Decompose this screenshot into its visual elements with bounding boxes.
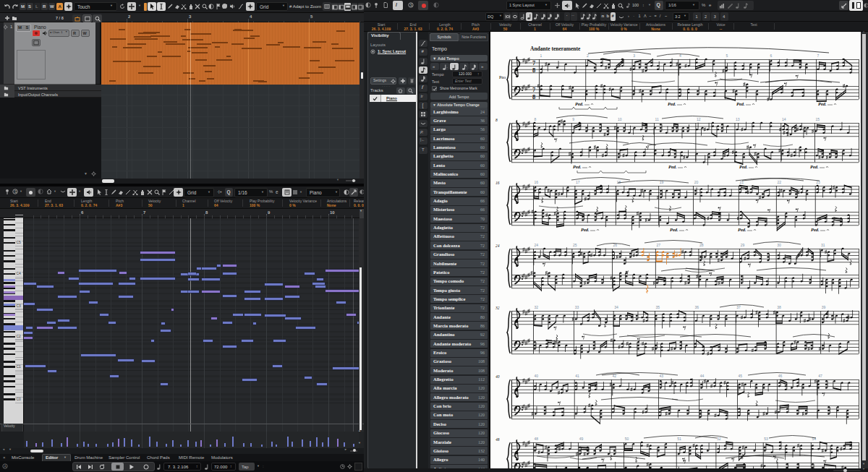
svg-text:12: 12 [697, 117, 701, 121]
svg-text:51: 51 [677, 437, 681, 441]
svg-text:40: 40 [535, 374, 539, 378]
svg-text:8: 8 [535, 117, 537, 121]
svg-text:24: 24 [495, 244, 500, 248]
svg-text:38: 38 [777, 305, 781, 309]
svg-text:46: 46 [778, 374, 783, 378]
svg-text:25: 25 [573, 243, 577, 247]
svg-text:6: 6 [770, 53, 773, 58]
svg-text:53: 53 [764, 437, 768, 441]
svg-text:41: 41 [575, 374, 579, 378]
svg-text:10: 10 [618, 117, 622, 121]
svg-text:Ped.: Ped. [811, 227, 820, 232]
svg-text:Ped.: Ped. [668, 164, 677, 169]
svg-text:Ped.: Ped. [736, 101, 745, 106]
svg-text:32: 32 [495, 306, 500, 310]
svg-text:7: 7 [817, 53, 820, 58]
svg-text:20: 20 [694, 180, 699, 184]
svg-text:37: 37 [736, 305, 741, 309]
svg-text:30: 30 [777, 243, 781, 247]
svg-text:29: 29 [741, 243, 745, 247]
svg-text:Ped.: Ped. [670, 227, 678, 232]
svg-text:27: 27 [656, 243, 660, 247]
svg-text:24: 24 [535, 243, 539, 247]
svg-text:48: 48 [535, 437, 539, 441]
svg-text:35: 35 [656, 305, 660, 309]
svg-text:33: 33 [575, 305, 579, 309]
svg-text:43: 43 [660, 374, 664, 378]
svg-text:45: 45 [739, 374, 743, 378]
svg-text:50: 50 [625, 437, 629, 441]
svg-text:18: 18 [616, 180, 621, 184]
svg-text:Ped.: Ped. [738, 227, 746, 232]
svg-text:48: 48 [495, 437, 500, 442]
svg-text:28: 28 [699, 243, 704, 247]
svg-text:11: 11 [655, 117, 659, 121]
svg-text:16: 16 [535, 180, 539, 184]
svg-text:36: 36 [695, 305, 699, 309]
svg-text:9: 9 [572, 117, 574, 121]
svg-text:52: 52 [717, 437, 721, 441]
svg-text:39: 39 [822, 305, 826, 309]
svg-text:Ped.: Ped. [573, 164, 582, 169]
svg-text:47: 47 [818, 374, 822, 378]
svg-text:15: 15 [816, 117, 820, 121]
svg-text:16: 16 [495, 181, 500, 185]
svg-text:13: 13 [736, 117, 740, 121]
svg-text:17: 17 [576, 180, 580, 184]
svg-text:40: 40 [495, 374, 500, 379]
svg-text:8: 8 [495, 118, 498, 122]
svg-text:Ped.: Ped. [575, 101, 584, 106]
svg-text:32: 32 [535, 305, 539, 309]
svg-text:22: 22 [777, 180, 781, 184]
svg-text:49: 49 [579, 437, 584, 441]
svg-text:31: 31 [821, 243, 825, 247]
svg-text:5: 5 [726, 53, 728, 58]
svg-text:1: 1 [540, 53, 542, 58]
svg-text:2: 2 [587, 53, 589, 58]
svg-text:34: 34 [614, 305, 618, 309]
svg-text:Ped.: Ped. [739, 164, 748, 169]
svg-text:44: 44 [700, 374, 705, 378]
svg-text:Pno: Pno [499, 75, 506, 80]
svg-text:14: 14 [782, 117, 786, 121]
svg-text:Ped.: Ped. [810, 164, 819, 169]
svg-text:Andante teneramente: Andante teneramente [530, 46, 581, 52]
svg-text:3: 3 [633, 53, 635, 58]
svg-text:42: 42 [612, 374, 616, 378]
svg-text:8: 8 [532, 93, 535, 100]
svg-text:Ped.: Ped. [581, 227, 590, 232]
svg-text:Ped.: Ped. [818, 101, 827, 106]
svg-text:Ped.: Ped. [668, 101, 676, 106]
svg-text:8: 8 [532, 66, 535, 74]
